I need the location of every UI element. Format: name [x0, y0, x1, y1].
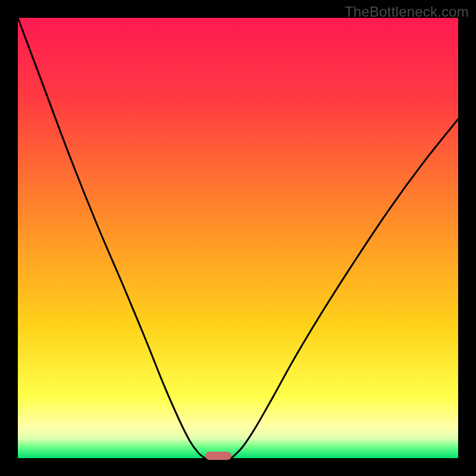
outer-frame: TheBottleneck.com: [0, 0, 476, 476]
bottleneck-marker: [205, 452, 231, 460]
chart-plot-area: [18, 18, 458, 458]
chart-curves-svg: [18, 18, 458, 458]
left-curve-path: [18, 18, 205, 458]
right-curve-path: [231, 119, 458, 458]
watermark-text: TheBottleneck.com: [345, 4, 469, 20]
